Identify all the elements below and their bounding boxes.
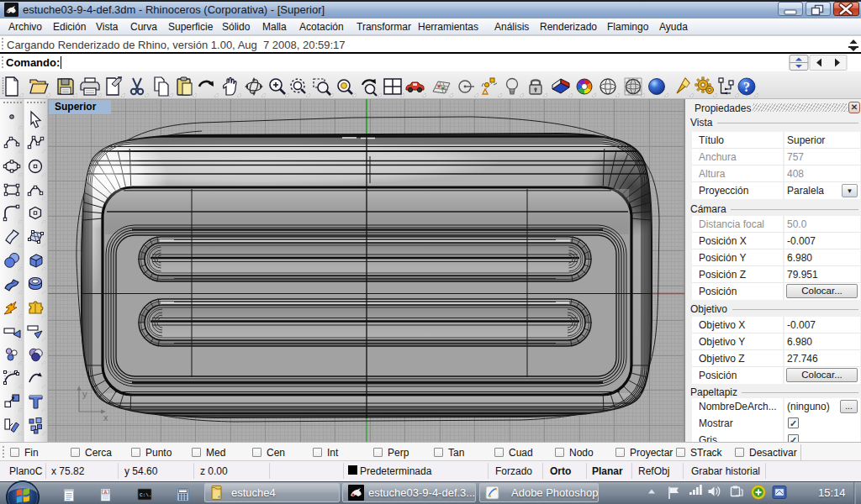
svg-text:A: A [104, 490, 108, 495]
svg-text:y: y [82, 389, 87, 399]
svg-text:?: ? [743, 80, 750, 94]
svg-text:x: x [103, 412, 108, 423]
svg-text:C:\.: C:\. [140, 492, 151, 498]
